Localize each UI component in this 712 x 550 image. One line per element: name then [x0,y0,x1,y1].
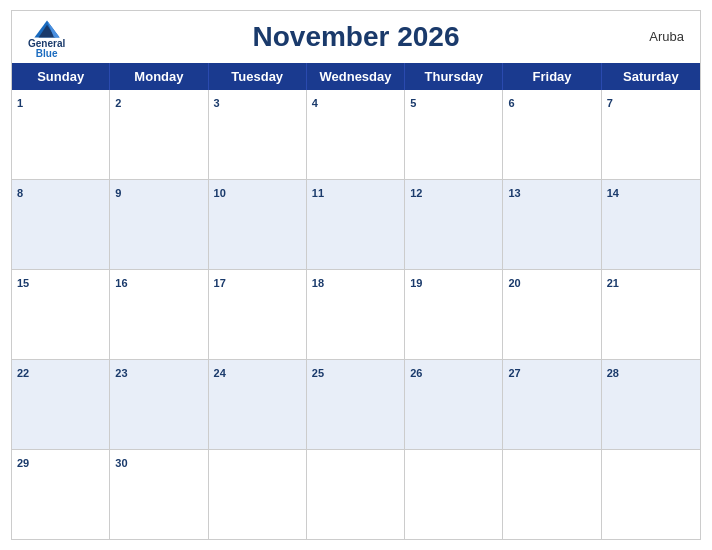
calendar-header: General Blue November 2026 Aruba [12,11,700,63]
cell-30: 30 [110,450,208,539]
cell-6: 6 [503,90,601,179]
cell-12: 12 [405,180,503,269]
cell-empty-1 [209,450,307,539]
cell-11: 11 [307,180,405,269]
week-row-3: 15 16 17 18 19 20 21 [12,270,700,360]
cell-24: 24 [209,360,307,449]
cell-21: 21 [602,270,700,359]
cell-22: 22 [12,360,110,449]
day-friday: Friday [503,63,601,90]
logo: General Blue [28,19,65,59]
logo-blue: Blue [36,49,58,59]
calendar-title: November 2026 [252,21,459,53]
cell-19: 19 [405,270,503,359]
day-thursday: Thursday [405,63,503,90]
day-headers: Sunday Monday Tuesday Wednesday Thursday… [12,63,700,90]
cell-18: 18 [307,270,405,359]
cell-empty-5 [602,450,700,539]
cell-23: 23 [110,360,208,449]
region-label: Aruba [649,29,684,44]
cell-7: 7 [602,90,700,179]
cell-20: 20 [503,270,601,359]
cell-17: 17 [209,270,307,359]
cell-28: 28 [602,360,700,449]
cell-empty-2 [307,450,405,539]
day-tuesday: Tuesday [209,63,307,90]
cell-9: 9 [110,180,208,269]
day-sunday: Sunday [12,63,110,90]
week-row-4: 22 23 24 25 26 27 28 [12,360,700,450]
cell-13: 13 [503,180,601,269]
cell-25: 25 [307,360,405,449]
week-row-1: 1 2 3 4 5 6 7 [12,90,700,180]
cell-27: 27 [503,360,601,449]
week-row-5: 29 30 [12,450,700,539]
cell-8: 8 [12,180,110,269]
cell-empty-3 [405,450,503,539]
cell-3: 3 [209,90,307,179]
cell-5: 5 [405,90,503,179]
cell-empty-4 [503,450,601,539]
cell-14: 14 [602,180,700,269]
cell-26: 26 [405,360,503,449]
day-saturday: Saturday [602,63,700,90]
day-wednesday: Wednesday [307,63,405,90]
calendar-grid: 1 2 3 4 5 6 7 8 9 10 11 12 13 14 15 16 1… [12,90,700,539]
cell-4: 4 [307,90,405,179]
calendar: General Blue November 2026 Aruba Sunday … [11,10,701,540]
logo-icon [33,19,61,39]
cell-2: 2 [110,90,208,179]
cell-1: 1 [12,90,110,179]
cell-10: 10 [209,180,307,269]
week-row-2: 8 9 10 11 12 13 14 [12,180,700,270]
cell-29: 29 [12,450,110,539]
cell-16: 16 [110,270,208,359]
cell-15: 15 [12,270,110,359]
day-monday: Monday [110,63,208,90]
